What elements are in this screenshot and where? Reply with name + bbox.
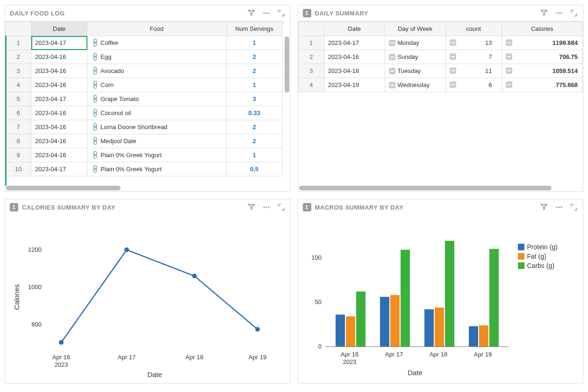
macros-bar-chart[interactable]: 0 50 100 Apr 16 2023 Apr 17 Apr 18 Apr 1…: [298, 215, 583, 384]
cell-date[interactable]: 2023-04-17: [31, 36, 87, 50]
calories-line-chart[interactable]: Calories 1200 1000 800 Apr 16 2023 Apr 1…: [5, 215, 290, 384]
table-row[interactable]: 62023-04-16🔗Coconut oil0.33: [6, 106, 290, 120]
cell-date[interactable]: 2023-04-17: [324, 36, 385, 50]
expand-icon[interactable]: [570, 9, 578, 17]
cell-date[interactable]: 2023-04-17: [31, 162, 87, 176]
expand-icon[interactable]: [277, 9, 286, 17]
table-row[interactable]: 42023-04-16🔗Corn1: [6, 78, 290, 92]
bar-fat[interactable]: [346, 316, 355, 347]
table-row[interactable]: 102023-04-17🔗Plain 0% Greek Yogurt0.5: [6, 162, 290, 176]
cell-date[interactable]: 2023-04-16: [31, 106, 87, 120]
bar-protein[interactable]: [469, 326, 478, 347]
cell-calories[interactable]: 775.868: [502, 78, 583, 92]
cell-calories[interactable]: 1059.514: [502, 64, 583, 78]
table-row[interactable]: 32023-04-16🔗Avocado2: [6, 64, 290, 78]
col-date[interactable]: Date: [31, 22, 87, 36]
cell-date[interactable]: 2023-04-16: [324, 50, 385, 64]
bar-protein[interactable]: [380, 297, 389, 347]
col-date[interactable]: Date: [324, 22, 385, 36]
cell-calories[interactable]: 1199.684: [502, 36, 583, 50]
table-row[interactable]: 12023-04-17Monday131199.684: [298, 36, 583, 50]
cell-date[interactable]: 2023-04-16: [31, 120, 87, 134]
food-log-table[interactable]: Date Food Num Servings 12023-04-17🔗Coffe…: [5, 21, 290, 191]
cell-servings[interactable]: 3: [226, 92, 282, 106]
bar-carbs[interactable]: [445, 241, 454, 347]
cell-date[interactable]: 2023-04-19: [324, 78, 385, 92]
cell-calories[interactable]: 706.75: [502, 50, 583, 64]
table-row[interactable]: 42023-04-19Wednesday6775.868: [298, 78, 583, 92]
cell-food[interactable]: 🔗Coconut oil: [87, 106, 227, 120]
filter-icon[interactable]: [247, 203, 256, 211]
cell-date[interactable]: 2023-04-16: [31, 148, 87, 162]
cell-servings[interactable]: 2: [226, 120, 282, 134]
bar-protein[interactable]: [336, 315, 345, 347]
col-dow[interactable]: Day of Week: [385, 22, 445, 36]
cell-dow[interactable]: Monday: [385, 36, 445, 50]
data-point[interactable]: [192, 274, 197, 278]
cell-dow[interactable]: Wednesday: [385, 78, 445, 92]
cell-servings[interactable]: 2: [226, 64, 282, 78]
bar-carbs[interactable]: [356, 291, 366, 347]
cell-servings[interactable]: 2: [226, 50, 282, 64]
cell-count[interactable]: 11: [445, 64, 502, 78]
more-icon[interactable]: [262, 203, 271, 211]
table-row[interactable]: 22023-04-16Sunday7706.75: [298, 50, 583, 64]
expand-icon[interactable]: [570, 203, 578, 211]
cell-date[interactable]: 2023-04-17: [31, 92, 87, 106]
more-icon[interactable]: [262, 9, 271, 17]
cell-dow[interactable]: Tuesday: [385, 64, 445, 78]
cell-food[interactable]: 🔗Egg: [87, 50, 227, 64]
table-row[interactable]: 12023-04-17🔗Coffee1: [6, 36, 290, 50]
col-food[interactable]: Food: [87, 22, 227, 36]
legend-item-protein[interactable]: Protein (g): [518, 243, 558, 251]
cell-count[interactable]: 6: [445, 78, 502, 92]
cell-food[interactable]: 🔗Medjool Date: [87, 134, 227, 148]
cell-servings[interactable]: 2: [226, 134, 282, 148]
col-calories[interactable]: Calories: [502, 22, 583, 36]
cell-date[interactable]: 2023-04-16: [31, 50, 87, 64]
horizontal-scrollbar[interactable]: [6, 186, 121, 190]
filter-icon[interactable]: [247, 9, 256, 17]
vertical-scrollbar[interactable]: [285, 36, 289, 93]
table-row[interactable]: 82023-04-16🔗Medjool Date2: [6, 134, 290, 148]
cell-dow[interactable]: Sunday: [385, 50, 445, 64]
table-row[interactable]: 22023-04-16🔗Egg2: [6, 50, 290, 64]
expand-icon[interactable]: [277, 203, 286, 211]
data-point[interactable]: [124, 247, 129, 252]
data-point[interactable]: [255, 327, 260, 332]
cell-servings[interactable]: 1: [226, 78, 282, 92]
cell-count[interactable]: 13: [445, 36, 502, 50]
bar-carbs[interactable]: [489, 249, 499, 347]
cell-food[interactable]: 🔗Lorna Doone Shortbread: [87, 120, 227, 134]
table-row[interactable]: 32023-04-18Tuesday111059.514: [298, 64, 583, 78]
table-row[interactable]: 72023-04-16🔗Lorna Doone Shortbread2: [6, 120, 290, 134]
cell-servings[interactable]: 0.5: [226, 162, 282, 176]
summary-table[interactable]: Date Day of Week count Calories 12023-04…: [298, 21, 583, 191]
more-icon[interactable]: [555, 9, 563, 17]
more-icon[interactable]: [555, 203, 563, 211]
legend-item-fat[interactable]: Fat (g): [518, 253, 558, 260]
cell-food[interactable]: 🔗Coffee: [87, 36, 227, 50]
col-servings[interactable]: Num Servings: [226, 22, 282, 36]
bar-protein[interactable]: [424, 309, 434, 347]
col-count[interactable]: count: [445, 22, 502, 36]
cell-date[interactable]: 2023-04-18: [324, 64, 385, 78]
cell-servings[interactable]: 0.33: [226, 106, 282, 120]
bar-carbs[interactable]: [401, 250, 410, 347]
filter-icon[interactable]: [540, 203, 548, 211]
filter-icon[interactable]: [540, 9, 548, 17]
cell-food[interactable]: 🔗Plain 0% Greek Yogurt: [87, 162, 227, 176]
cell-food[interactable]: 🔗Avocado: [87, 64, 227, 78]
cell-servings[interactable]: 1: [226, 148, 282, 162]
cell-date[interactable]: 2023-04-16: [31, 134, 87, 148]
cell-date[interactable]: 2023-04-16: [31, 78, 87, 92]
data-point[interactable]: [59, 340, 64, 345]
horizontal-scrollbar[interactable]: [299, 186, 552, 190]
cell-food[interactable]: 🔗Grape Tomato: [87, 92, 227, 106]
bar-fat[interactable]: [435, 307, 444, 347]
cell-servings[interactable]: 1: [226, 36, 282, 50]
bar-fat[interactable]: [390, 295, 400, 347]
table-row[interactable]: 52023-04-17🔗Grape Tomato3: [6, 92, 290, 106]
cell-food[interactable]: 🔗Plain 0% Greek Yogurt: [87, 148, 227, 162]
bar-fat[interactable]: [479, 325, 488, 347]
